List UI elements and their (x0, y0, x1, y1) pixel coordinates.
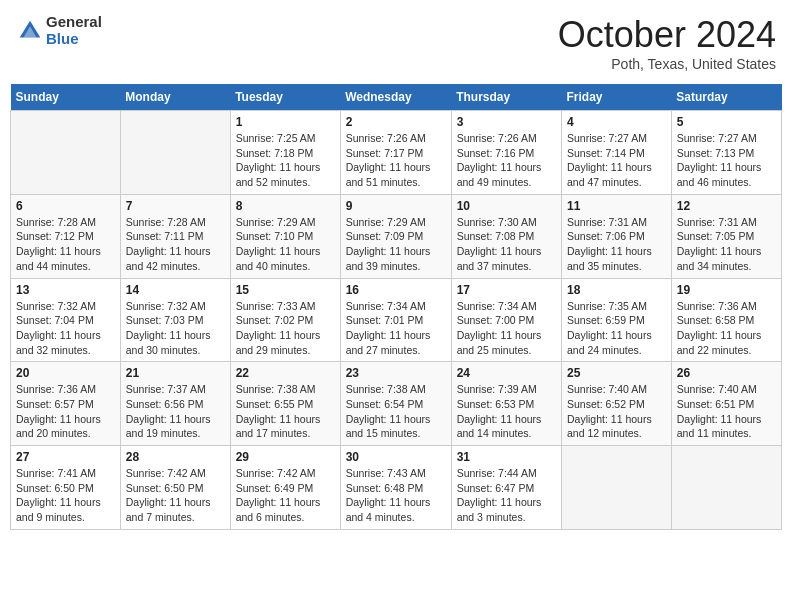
location: Poth, Texas, United States (558, 56, 776, 72)
calendar-week-3: 13Sunrise: 7:32 AMSunset: 7:04 PMDayligh… (11, 278, 782, 362)
cell-details: Sunrise: 7:40 AMSunset: 6:51 PMDaylight:… (677, 382, 776, 441)
cell-details: Sunrise: 7:26 AMSunset: 7:17 PMDaylight:… (346, 131, 446, 190)
calendar-cell (562, 446, 672, 530)
calendar-cell: 14Sunrise: 7:32 AMSunset: 7:03 PMDayligh… (120, 278, 230, 362)
calendar-cell: 24Sunrise: 7:39 AMSunset: 6:53 PMDayligh… (451, 362, 561, 446)
day-number: 12 (677, 199, 776, 213)
day-number: 26 (677, 366, 776, 380)
calendar-cell (11, 111, 121, 195)
day-header-sunday: Sunday (11, 84, 121, 111)
day-header-wednesday: Wednesday (340, 84, 451, 111)
cell-details: Sunrise: 7:32 AMSunset: 7:03 PMDaylight:… (126, 299, 225, 358)
day-number: 30 (346, 450, 446, 464)
cell-details: Sunrise: 7:35 AMSunset: 6:59 PMDaylight:… (567, 299, 666, 358)
calendar-cell: 31Sunrise: 7:44 AMSunset: 6:47 PMDayligh… (451, 446, 561, 530)
calendar-cell: 18Sunrise: 7:35 AMSunset: 6:59 PMDayligh… (562, 278, 672, 362)
calendar-cell: 7Sunrise: 7:28 AMSunset: 7:11 PMDaylight… (120, 194, 230, 278)
calendar-cell: 29Sunrise: 7:42 AMSunset: 6:49 PMDayligh… (230, 446, 340, 530)
cell-details: Sunrise: 7:38 AMSunset: 6:55 PMDaylight:… (236, 382, 335, 441)
cell-details: Sunrise: 7:34 AMSunset: 7:01 PMDaylight:… (346, 299, 446, 358)
cell-details: Sunrise: 7:34 AMSunset: 7:00 PMDaylight:… (457, 299, 556, 358)
calendar-cell: 2Sunrise: 7:26 AMSunset: 7:17 PMDaylight… (340, 111, 451, 195)
cell-details: Sunrise: 7:42 AMSunset: 6:50 PMDaylight:… (126, 466, 225, 525)
calendar-cell (671, 446, 781, 530)
day-number: 22 (236, 366, 335, 380)
calendar-cell: 12Sunrise: 7:31 AMSunset: 7:05 PMDayligh… (671, 194, 781, 278)
calendar-cell: 5Sunrise: 7:27 AMSunset: 7:13 PMDaylight… (671, 111, 781, 195)
day-number: 31 (457, 450, 556, 464)
calendar-cell: 6Sunrise: 7:28 AMSunset: 7:12 PMDaylight… (11, 194, 121, 278)
calendar-cell: 1Sunrise: 7:25 AMSunset: 7:18 PMDaylight… (230, 111, 340, 195)
calendar-week-1: 1Sunrise: 7:25 AMSunset: 7:18 PMDaylight… (11, 111, 782, 195)
logo-icon (16, 17, 44, 45)
day-number: 23 (346, 366, 446, 380)
cell-details: Sunrise: 7:33 AMSunset: 7:02 PMDaylight:… (236, 299, 335, 358)
calendar-cell: 28Sunrise: 7:42 AMSunset: 6:50 PMDayligh… (120, 446, 230, 530)
day-number: 25 (567, 366, 666, 380)
calendar-cell: 30Sunrise: 7:43 AMSunset: 6:48 PMDayligh… (340, 446, 451, 530)
title-area: October 2024 Poth, Texas, United States (558, 14, 776, 72)
calendar-cell: 9Sunrise: 7:29 AMSunset: 7:09 PMDaylight… (340, 194, 451, 278)
cell-details: Sunrise: 7:43 AMSunset: 6:48 PMDaylight:… (346, 466, 446, 525)
calendar-cell: 25Sunrise: 7:40 AMSunset: 6:52 PMDayligh… (562, 362, 672, 446)
day-number: 21 (126, 366, 225, 380)
cell-details: Sunrise: 7:27 AMSunset: 7:13 PMDaylight:… (677, 131, 776, 190)
calendar-cell: 8Sunrise: 7:29 AMSunset: 7:10 PMDaylight… (230, 194, 340, 278)
day-number: 29 (236, 450, 335, 464)
cell-details: Sunrise: 7:37 AMSunset: 6:56 PMDaylight:… (126, 382, 225, 441)
calendar-cell: 17Sunrise: 7:34 AMSunset: 7:00 PMDayligh… (451, 278, 561, 362)
cell-details: Sunrise: 7:41 AMSunset: 6:50 PMDaylight:… (16, 466, 115, 525)
cell-details: Sunrise: 7:28 AMSunset: 7:11 PMDaylight:… (126, 215, 225, 274)
day-number: 6 (16, 199, 115, 213)
calendar-table: SundayMondayTuesdayWednesdayThursdayFrid… (10, 84, 782, 530)
cell-details: Sunrise: 7:39 AMSunset: 6:53 PMDaylight:… (457, 382, 556, 441)
calendar-cell: 21Sunrise: 7:37 AMSunset: 6:56 PMDayligh… (120, 362, 230, 446)
cell-details: Sunrise: 7:31 AMSunset: 7:05 PMDaylight:… (677, 215, 776, 274)
calendar-cell: 3Sunrise: 7:26 AMSunset: 7:16 PMDaylight… (451, 111, 561, 195)
cell-details: Sunrise: 7:29 AMSunset: 7:09 PMDaylight:… (346, 215, 446, 274)
cell-details: Sunrise: 7:40 AMSunset: 6:52 PMDaylight:… (567, 382, 666, 441)
calendar-cell: 22Sunrise: 7:38 AMSunset: 6:55 PMDayligh… (230, 362, 340, 446)
day-number: 11 (567, 199, 666, 213)
cell-details: Sunrise: 7:27 AMSunset: 7:14 PMDaylight:… (567, 131, 666, 190)
header: General Blue October 2024 Poth, Texas, U… (10, 10, 782, 76)
day-header-friday: Friday (562, 84, 672, 111)
day-number: 9 (346, 199, 446, 213)
calendar-cell: 20Sunrise: 7:36 AMSunset: 6:57 PMDayligh… (11, 362, 121, 446)
day-number: 18 (567, 283, 666, 297)
day-number: 19 (677, 283, 776, 297)
day-number: 7 (126, 199, 225, 213)
day-number: 17 (457, 283, 556, 297)
day-number: 13 (16, 283, 115, 297)
cell-details: Sunrise: 7:32 AMSunset: 7:04 PMDaylight:… (16, 299, 115, 358)
cell-details: Sunrise: 7:36 AMSunset: 6:58 PMDaylight:… (677, 299, 776, 358)
day-number: 10 (457, 199, 556, 213)
calendar-cell: 27Sunrise: 7:41 AMSunset: 6:50 PMDayligh… (11, 446, 121, 530)
day-number: 2 (346, 115, 446, 129)
day-number: 4 (567, 115, 666, 129)
cell-details: Sunrise: 7:29 AMSunset: 7:10 PMDaylight:… (236, 215, 335, 274)
day-number: 14 (126, 283, 225, 297)
day-number: 27 (16, 450, 115, 464)
calendar-cell: 16Sunrise: 7:34 AMSunset: 7:01 PMDayligh… (340, 278, 451, 362)
calendar-header-row: SundayMondayTuesdayWednesdayThursdayFrid… (11, 84, 782, 111)
day-number: 8 (236, 199, 335, 213)
day-number: 1 (236, 115, 335, 129)
cell-details: Sunrise: 7:38 AMSunset: 6:54 PMDaylight:… (346, 382, 446, 441)
cell-details: Sunrise: 7:30 AMSunset: 7:08 PMDaylight:… (457, 215, 556, 274)
calendar-week-4: 20Sunrise: 7:36 AMSunset: 6:57 PMDayligh… (11, 362, 782, 446)
cell-details: Sunrise: 7:28 AMSunset: 7:12 PMDaylight:… (16, 215, 115, 274)
cell-details: Sunrise: 7:25 AMSunset: 7:18 PMDaylight:… (236, 131, 335, 190)
month-title: October 2024 (558, 14, 776, 56)
day-number: 15 (236, 283, 335, 297)
cell-details: Sunrise: 7:42 AMSunset: 6:49 PMDaylight:… (236, 466, 335, 525)
day-header-thursday: Thursday (451, 84, 561, 111)
cell-details: Sunrise: 7:44 AMSunset: 6:47 PMDaylight:… (457, 466, 556, 525)
calendar-cell: 26Sunrise: 7:40 AMSunset: 6:51 PMDayligh… (671, 362, 781, 446)
calendar-cell: 4Sunrise: 7:27 AMSunset: 7:14 PMDaylight… (562, 111, 672, 195)
calendar-week-2: 6Sunrise: 7:28 AMSunset: 7:12 PMDaylight… (11, 194, 782, 278)
cell-details: Sunrise: 7:36 AMSunset: 6:57 PMDaylight:… (16, 382, 115, 441)
day-number: 16 (346, 283, 446, 297)
logo: General Blue (16, 14, 102, 47)
logo-blue-text: Blue (46, 31, 102, 48)
